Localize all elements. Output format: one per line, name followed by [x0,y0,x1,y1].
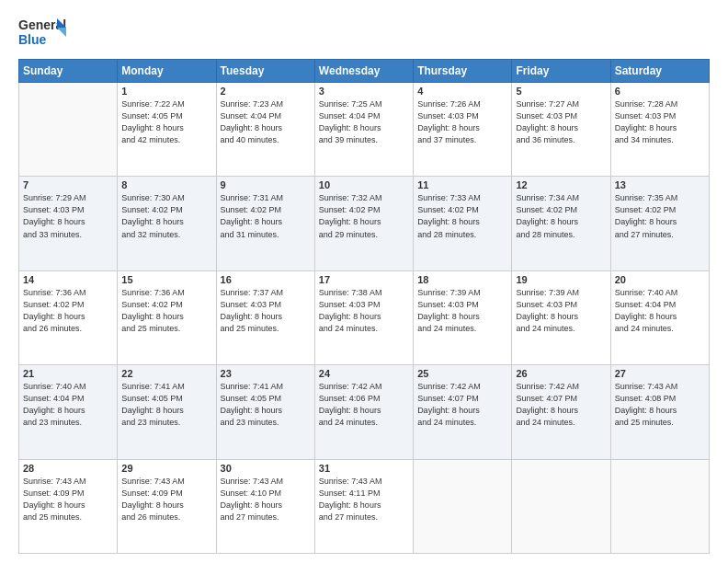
day-info: Sunrise: 7:40 AM Sunset: 4:04 PM Dayligh… [23,381,113,429]
calendar-cell: 21Sunrise: 7:40 AM Sunset: 4:04 PM Dayli… [19,365,118,459]
day-info: Sunrise: 7:25 AM Sunset: 4:04 PM Dayligh… [319,98,409,146]
calendar-cell: 3Sunrise: 7:25 AM Sunset: 4:04 PM Daylig… [314,83,413,177]
calendar-cell: 9Sunrise: 7:31 AM Sunset: 4:02 PM Daylig… [216,177,314,270]
calendar-cell: 20Sunrise: 7:40 AM Sunset: 4:04 PM Dayli… [610,270,709,364]
calendar-cell [610,459,709,553]
day-info: Sunrise: 7:35 AM Sunset: 4:02 PM Dayligh… [615,192,705,240]
day-number: 24 [319,368,409,379]
day-info: Sunrise: 7:31 AM Sunset: 4:02 PM Dayligh… [221,192,311,240]
calendar-table: SundayMondayTuesdayWednesdayThursdayFrid… [18,59,710,554]
day-number: 14 [23,274,113,285]
day-number: 7 [23,179,113,190]
calendar-cell: 2Sunrise: 7:23 AM Sunset: 4:04 PM Daylig… [216,83,314,177]
svg-marker-3 [57,28,66,37]
day-number: 8 [121,179,211,190]
day-info: Sunrise: 7:42 AM Sunset: 4:06 PM Dayligh… [319,381,409,429]
day-of-week-header: Wednesday [314,60,413,83]
day-info: Sunrise: 7:36 AM Sunset: 4:02 PM Dayligh… [23,287,113,335]
day-info: Sunrise: 7:38 AM Sunset: 4:03 PM Dayligh… [319,287,409,335]
day-info: Sunrise: 7:36 AM Sunset: 4:02 PM Dayligh… [121,287,211,335]
day-number: 2 [221,86,311,97]
day-of-week-header: Sunday [19,60,118,83]
calendar-cell: 17Sunrise: 7:38 AM Sunset: 4:03 PM Dayli… [314,270,413,364]
calendar-cell: 11Sunrise: 7:33 AM Sunset: 4:02 PM Dayli… [414,177,512,270]
day-number: 21 [23,368,113,379]
day-info: Sunrise: 7:37 AM Sunset: 4:03 PM Dayligh… [221,287,311,335]
calendar-cell: 12Sunrise: 7:34 AM Sunset: 4:02 PM Dayli… [512,177,610,270]
day-info: Sunrise: 7:33 AM Sunset: 4:02 PM Dayligh… [417,192,507,240]
day-info: Sunrise: 7:23 AM Sunset: 4:04 PM Dayligh… [221,98,311,146]
day-info: Sunrise: 7:43 AM Sunset: 4:09 PM Dayligh… [23,476,113,523]
day-number: 19 [516,274,606,285]
calendar-cell: 24Sunrise: 7:42 AM Sunset: 4:06 PM Dayli… [314,365,413,459]
day-number: 16 [221,274,311,285]
day-number: 27 [615,368,705,379]
calendar-cell: 27Sunrise: 7:43 AM Sunset: 4:08 PM Dayli… [610,365,709,459]
day-of-week-header: Tuesday [216,60,314,83]
calendar-cell: 30Sunrise: 7:43 AM Sunset: 4:10 PM Dayli… [216,459,314,553]
day-info: Sunrise: 7:41 AM Sunset: 4:05 PM Dayligh… [221,381,311,429]
calendar-header-row: SundayMondayTuesdayWednesdayThursdayFrid… [19,60,710,83]
day-info: Sunrise: 7:41 AM Sunset: 4:05 PM Dayligh… [121,381,211,429]
day-info: Sunrise: 7:34 AM Sunset: 4:02 PM Dayligh… [516,192,606,240]
calendar-week-row: 21Sunrise: 7:40 AM Sunset: 4:04 PM Dayli… [19,365,710,459]
svg-text:Blue: Blue [18,32,47,47]
day-number: 5 [516,86,606,97]
day-info: Sunrise: 7:43 AM Sunset: 4:11 PM Dayligh… [319,476,409,523]
calendar-cell [414,459,512,553]
day-number: 25 [417,368,507,379]
day-number: 10 [319,179,409,190]
day-of-week-header: Thursday [414,60,512,83]
calendar-week-row: 14Sunrise: 7:36 AM Sunset: 4:02 PM Dayli… [19,270,710,364]
logo-svg: GeneralBlue [18,15,69,52]
calendar-cell: 14Sunrise: 7:36 AM Sunset: 4:02 PM Dayli… [19,270,118,364]
page: GeneralBlue SundayMondayTuesdayWednesday… [0,0,728,563]
calendar-cell: 10Sunrise: 7:32 AM Sunset: 4:02 PM Dayli… [314,177,413,270]
day-info: Sunrise: 7:22 AM Sunset: 4:05 PM Dayligh… [121,98,211,146]
calendar-cell: 23Sunrise: 7:41 AM Sunset: 4:05 PM Dayli… [216,365,314,459]
day-number: 28 [23,463,113,474]
calendar-week-row: 1Sunrise: 7:22 AM Sunset: 4:05 PM Daylig… [19,83,710,177]
day-info: Sunrise: 7:39 AM Sunset: 4:03 PM Dayligh… [417,287,507,335]
day-number: 6 [615,86,705,97]
calendar-cell: 29Sunrise: 7:43 AM Sunset: 4:09 PM Dayli… [118,459,216,553]
day-number: 26 [516,368,606,379]
day-number: 17 [319,274,409,285]
day-number: 23 [221,368,311,379]
calendar-cell: 6Sunrise: 7:28 AM Sunset: 4:03 PM Daylig… [610,83,709,177]
day-number: 12 [516,179,606,190]
calendar-cell: 16Sunrise: 7:37 AM Sunset: 4:03 PM Dayli… [216,270,314,364]
header: GeneralBlue [18,15,710,52]
day-number: 30 [221,463,311,474]
calendar-cell: 22Sunrise: 7:41 AM Sunset: 4:05 PM Dayli… [118,365,216,459]
day-number: 18 [417,274,507,285]
calendar-cell: 26Sunrise: 7:42 AM Sunset: 4:07 PM Dayli… [512,365,610,459]
calendar-cell: 31Sunrise: 7:43 AM Sunset: 4:11 PM Dayli… [314,459,413,553]
day-info: Sunrise: 7:43 AM Sunset: 4:10 PM Dayligh… [221,476,311,523]
calendar-cell: 4Sunrise: 7:26 AM Sunset: 4:03 PM Daylig… [414,83,512,177]
calendar-week-row: 28Sunrise: 7:43 AM Sunset: 4:09 PM Dayli… [19,459,710,553]
calendar-cell: 1Sunrise: 7:22 AM Sunset: 4:05 PM Daylig… [118,83,216,177]
logo: GeneralBlue [18,15,69,52]
day-info: Sunrise: 7:32 AM Sunset: 4:02 PM Dayligh… [319,192,409,240]
day-info: Sunrise: 7:42 AM Sunset: 4:07 PM Dayligh… [417,381,507,429]
day-number: 4 [417,86,507,97]
calendar-cell: 15Sunrise: 7:36 AM Sunset: 4:02 PM Dayli… [118,270,216,364]
calendar-cell: 13Sunrise: 7:35 AM Sunset: 4:02 PM Dayli… [610,177,709,270]
calendar-cell: 18Sunrise: 7:39 AM Sunset: 4:03 PM Dayli… [414,270,512,364]
day-info: Sunrise: 7:29 AM Sunset: 4:03 PM Dayligh… [23,192,113,240]
day-info: Sunrise: 7:27 AM Sunset: 4:03 PM Dayligh… [516,98,606,146]
day-number: 22 [121,368,211,379]
day-of-week-header: Saturday [610,60,709,83]
day-of-week-header: Friday [512,60,610,83]
calendar-cell: 28Sunrise: 7:43 AM Sunset: 4:09 PM Dayli… [19,459,118,553]
day-info: Sunrise: 7:42 AM Sunset: 4:07 PM Dayligh… [516,381,606,429]
day-number: 31 [319,463,409,474]
day-info: Sunrise: 7:43 AM Sunset: 4:09 PM Dayligh… [121,476,211,523]
day-info: Sunrise: 7:28 AM Sunset: 4:03 PM Dayligh… [615,98,705,146]
day-number: 11 [417,179,507,190]
day-info: Sunrise: 7:43 AM Sunset: 4:08 PM Dayligh… [615,381,705,429]
day-of-week-header: Monday [118,60,216,83]
day-number: 29 [121,463,211,474]
day-number: 20 [615,274,705,285]
